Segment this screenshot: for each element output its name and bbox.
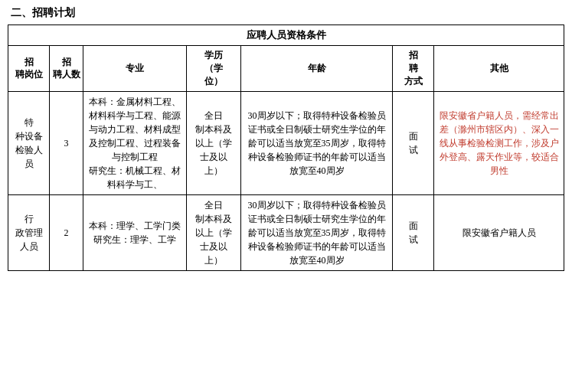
col-header-major: 专业	[83, 46, 186, 91]
cell-other: 限安徽省户籍人员	[434, 194, 564, 270]
col-header-post: 招 聘岗位	[8, 46, 50, 91]
cell-other: 限安徽省户籍人员，需经常出差（滁州市辖区内）、深入一线从事检验检测工作，涉及户外…	[434, 91, 564, 194]
cell-age: 30周岁以下；取得特种设备检验员证书或全日制硕士研究生学位的年龄可以适当放宽至3…	[241, 91, 393, 194]
cell-major: 本科：理学、工学门类 研究生：理学、工学	[83, 194, 186, 270]
section-title: 二、招聘计划	[8, 6, 564, 20]
cell-post: 特 种设备 检验人 员	[8, 91, 50, 194]
col-header-edu: 学历 （学 位）	[187, 46, 241, 91]
cell-post: 行 政管理 人员	[8, 194, 50, 270]
cell-age: 30周岁以下；取得特种设备检验员证书或全日制硕士研究生学位的年龄可以适当放宽至3…	[241, 194, 393, 270]
cell-recruit_method: 面 试	[392, 91, 433, 194]
col-header-other: 其他	[434, 46, 564, 91]
recruitment-table: 应聘人员资格条件 招 聘岗位 招 聘人数 专业 学历 （学 位） 年龄 招 聘 …	[8, 24, 564, 271]
cell-recruit_method: 面 试	[392, 194, 433, 270]
table-row: 行 政管理 人员2本科：理学、工学门类 研究生：理学、工学全日 制本科及 以上（…	[8, 194, 564, 270]
page-container: 二、招聘计划 应聘人员资格条件 招 聘岗位 招 聘人数 专业 学历 （学 位） …	[0, 0, 572, 277]
cell-edu: 全日 制本科及 以上（学 士及以 上）	[187, 91, 241, 194]
cell-major: 本科：金属材料工程、材料科学与工程、能源与动力工程、材料成型及控制工程、过程装备…	[83, 91, 186, 194]
top-header: 应聘人员资格条件	[8, 25, 564, 46]
cell-count: 3	[50, 91, 83, 194]
cell-edu: 全日 制本科及 以上（学 士及以 上）	[187, 194, 241, 270]
cell-count: 2	[50, 194, 83, 270]
col-header-age: 年龄	[241, 46, 393, 91]
col-header-count: 招 聘人数	[50, 46, 83, 91]
col-header-recruit: 招 聘 方式	[392, 46, 433, 91]
table-row: 特 种设备 检验人 员3本科：金属材料工程、材料科学与工程、能源与动力工程、材料…	[8, 91, 564, 194]
